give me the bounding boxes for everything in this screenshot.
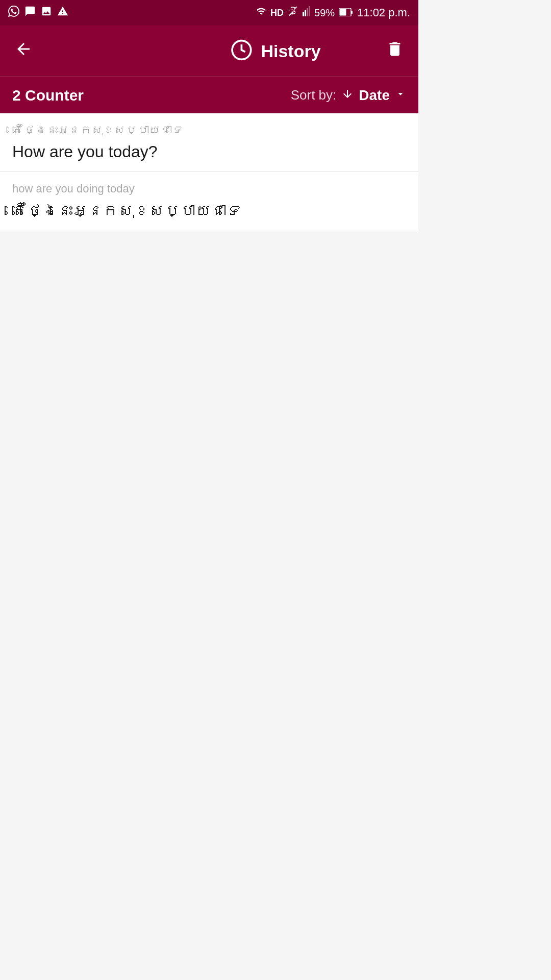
- back-button[interactable]: [10, 36, 37, 67]
- svg-rect-1: [305, 10, 306, 16]
- svg-rect-5: [340, 9, 346, 16]
- header-title: History: [261, 41, 320, 61]
- wifi-icon: [256, 6, 266, 19]
- svg-rect-6: [351, 11, 353, 14]
- history-item-1[interactable]: តើថ្ងៃនេះអ្នកសុខសប្បាយជាទេ How are you t…: [0, 113, 418, 172]
- counter-text: 2 Counter: [12, 87, 84, 104]
- history-item-1-source: តើថ្ងៃនេះអ្នកសុខសប្បាយជាទេ: [12, 122, 406, 138]
- history-item-2-source: how are you doing today: [12, 181, 406, 197]
- counter-bar: 2 Counter Sort by: Date: [0, 77, 418, 113]
- header-center: History: [230, 39, 320, 63]
- signal2-icon: [302, 6, 310, 19]
- image-icon: [41, 6, 52, 20]
- delete-button[interactable]: [382, 36, 408, 67]
- sort-value: Date: [359, 87, 390, 104]
- battery-icon: [339, 6, 353, 19]
- svg-rect-2: [307, 8, 308, 16]
- history-list: តើថ្ងៃនេះអ្នកសុខសប្បាយជាទេ How are you t…: [0, 113, 418, 231]
- history-clock-icon: [230, 39, 253, 63]
- history-item-2-translated: តើថ្ងៃនេះអ្នកសុខសប្បាយជាទេ: [12, 200, 406, 222]
- hd-badge: HD: [270, 8, 284, 18]
- status-left-icons: [8, 6, 68, 20]
- svg-rect-3: [309, 6, 310, 16]
- history-item-2[interactable]: how are you doing today តើថ្ងៃនេះអ្នកសុខ…: [0, 172, 418, 231]
- time-display: 11:02 p.m.: [357, 6, 410, 19]
- status-right-info: HD 59% 11:02 p.m.: [256, 6, 410, 19]
- dropdown-arrow-icon[interactable]: [395, 87, 406, 103]
- svg-rect-0: [303, 12, 304, 16]
- sort-direction-icon: [341, 87, 354, 104]
- battery-percent: 59%: [314, 7, 335, 19]
- whatsapp-icon: [8, 6, 19, 20]
- sort-section[interactable]: Sort by: Date: [291, 87, 406, 104]
- message-icon: [24, 6, 36, 20]
- warning-icon: [57, 6, 68, 20]
- app-header: History: [0, 26, 418, 77]
- status-bar: HD 59% 11:02 p.m.: [0, 0, 418, 26]
- history-item-1-translated: How are you today?: [12, 141, 406, 163]
- sort-by-label: Sort by:: [291, 87, 337, 103]
- signal-icon: [288, 6, 298, 19]
